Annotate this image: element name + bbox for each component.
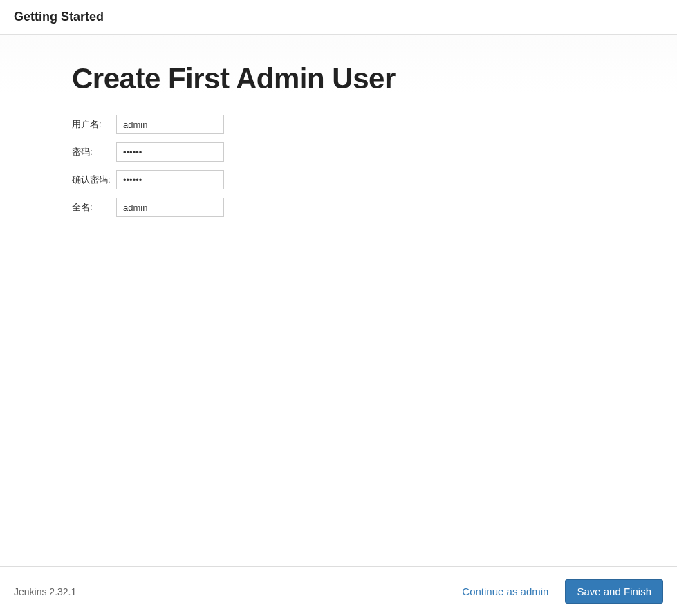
confirm-password-input[interactable] (116, 170, 224, 189)
continue-as-admin-link[interactable]: Continue as admin (462, 586, 548, 597)
fullname-label: 全名: (72, 201, 116, 214)
username-label: 用户名: (72, 118, 116, 131)
confirm-password-label: 确认密码: (72, 174, 116, 186)
page-title: Create First Admin User (72, 62, 677, 95)
header-title: Getting Started (14, 10, 663, 24)
footer-actions: Continue as admin Save and Finish (462, 579, 663, 604)
form-row-username: 用户名: (72, 115, 677, 134)
username-input[interactable] (116, 115, 224, 134)
form-row-password: 密码: (72, 142, 677, 162)
password-input[interactable] (116, 142, 224, 162)
fullname-input[interactable] (116, 198, 224, 217)
form-row-fullname: 全名: (72, 198, 677, 217)
password-label: 密码: (72, 146, 116, 158)
form-row-confirm-password: 确认密码: (72, 170, 677, 189)
header: Getting Started (0, 0, 677, 35)
save-and-finish-button[interactable]: Save and Finish (565, 579, 663, 604)
main-content: Create First Admin User 用户名: 密码: 确认密码: 全… (0, 35, 677, 566)
version-text: Jenkins 2.32.1 (14, 586, 76, 597)
footer: Jenkins 2.32.1 Continue as admin Save an… (0, 566, 677, 616)
